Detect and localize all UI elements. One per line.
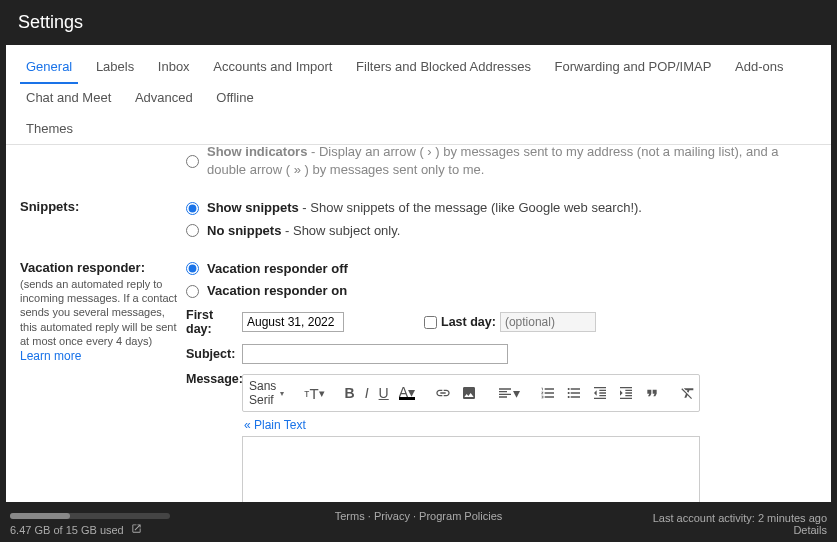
show-snippets-bold: Show snippets bbox=[207, 200, 299, 215]
snippets-row: Snippets: Show snippets - Show snippets … bbox=[20, 199, 817, 243]
learn-more-link[interactable]: Learn more bbox=[20, 349, 81, 363]
tab-themes[interactable]: Themes bbox=[20, 115, 79, 144]
page-header: Settings bbox=[0, 0, 837, 45]
activity-text: Last account activity: 2 minutes ago bbox=[653, 512, 827, 524]
storage-text: 6.47 GB of 15 GB used bbox=[10, 524, 124, 536]
vacation-row: Vacation responder: (sends an automated … bbox=[20, 260, 817, 503]
quote-icon[interactable] bbox=[644, 385, 660, 401]
indicators-radio[interactable] bbox=[186, 155, 199, 168]
vacation-desc: (sends an automated reply to incoming me… bbox=[20, 277, 180, 348]
no-snippets-text: - Show subject only. bbox=[281, 223, 400, 238]
vacation-on-label: Vacation responder on bbox=[207, 282, 347, 300]
show-snippets-text: - Show snippets of the message (like Goo… bbox=[299, 200, 642, 215]
first-day-label: First day: bbox=[186, 308, 242, 336]
terms-link[interactable]: Terms bbox=[335, 510, 365, 522]
align-icon[interactable]: ▾ bbox=[497, 385, 520, 401]
last-day-checkbox[interactable] bbox=[424, 316, 437, 329]
vacation-label: Vacation responder: bbox=[20, 260, 145, 275]
open-external-icon[interactable] bbox=[131, 523, 142, 536]
privacy-link[interactable]: Privacy bbox=[374, 510, 410, 522]
bulleted-list-icon[interactable] bbox=[566, 385, 582, 401]
underline-icon[interactable]: U bbox=[379, 385, 389, 401]
no-snippets-radio[interactable] bbox=[186, 224, 199, 237]
indicators-bold: Show indicators bbox=[207, 144, 307, 159]
numbered-list-icon[interactable] bbox=[540, 385, 556, 401]
tab-addons[interactable]: Add-ons bbox=[729, 53, 789, 82]
vacation-on-radio[interactable] bbox=[186, 285, 199, 298]
snippets-label: Snippets: bbox=[20, 199, 79, 214]
subject-input[interactable] bbox=[242, 344, 508, 364]
first-day-input[interactable] bbox=[242, 312, 344, 332]
tab-filters[interactable]: Filters and Blocked Addresses bbox=[350, 53, 537, 82]
no-snippets-bold: No snippets bbox=[207, 223, 281, 238]
tab-forwarding[interactable]: Forwarding and POP/IMAP bbox=[549, 53, 718, 82]
format-toolbar: Sans Serif тT▾ B I U A▾ ▾ bbox=[242, 374, 700, 412]
tab-offline[interactable]: Offline bbox=[210, 84, 259, 113]
message-editor[interactable] bbox=[242, 436, 700, 503]
indent-more-icon[interactable] bbox=[618, 385, 634, 401]
page-title: Settings bbox=[18, 12, 83, 32]
indent-less-icon[interactable] bbox=[592, 385, 608, 401]
font-select[interactable]: Sans Serif bbox=[249, 379, 284, 407]
settings-tabs: General Labels Inbox Accounts and Import… bbox=[6, 45, 831, 145]
vacation-off-radio[interactable] bbox=[186, 262, 199, 275]
bold-icon[interactable]: B bbox=[345, 385, 355, 401]
tab-chat[interactable]: Chat and Meet bbox=[20, 84, 117, 113]
message-label: Message: bbox=[186, 372, 242, 386]
image-icon[interactable] bbox=[461, 385, 477, 401]
text-color-icon[interactable]: A▾ bbox=[399, 387, 415, 400]
show-snippets-radio[interactable] bbox=[186, 202, 199, 215]
tab-accounts[interactable]: Accounts and Import bbox=[207, 53, 338, 82]
last-day-input bbox=[500, 312, 596, 332]
italic-icon[interactable]: I bbox=[365, 385, 369, 401]
settings-panel: General Labels Inbox Accounts and Import… bbox=[6, 45, 831, 503]
details-link[interactable]: Details bbox=[793, 524, 827, 536]
footer: 6.47 GB of 15 GB used Terms · Privacy · … bbox=[0, 502, 837, 542]
tab-inbox[interactable]: Inbox bbox=[152, 53, 196, 82]
tab-general[interactable]: General bbox=[20, 53, 78, 84]
link-icon[interactable] bbox=[435, 385, 451, 401]
horizontal-scrollbar[interactable] bbox=[10, 513, 170, 519]
last-day-label: Last day: bbox=[441, 315, 496, 329]
subject-label: Subject: bbox=[186, 347, 242, 361]
remove-format-icon[interactable] bbox=[680, 385, 696, 401]
tab-advanced[interactable]: Advanced bbox=[129, 84, 199, 113]
font-size-icon[interactable]: тT▾ bbox=[304, 385, 324, 402]
policies-link[interactable]: Program Policies bbox=[419, 510, 502, 522]
indicators-row: Show indicators - Display an arrow ( › )… bbox=[20, 149, 817, 183]
plain-text-link[interactable]: « Plain Text bbox=[244, 418, 306, 432]
settings-body: Show indicators - Display an arrow ( › )… bbox=[6, 145, 831, 503]
vacation-off-label: Vacation responder off bbox=[207, 260, 348, 278]
tab-labels[interactable]: Labels bbox=[90, 53, 140, 82]
